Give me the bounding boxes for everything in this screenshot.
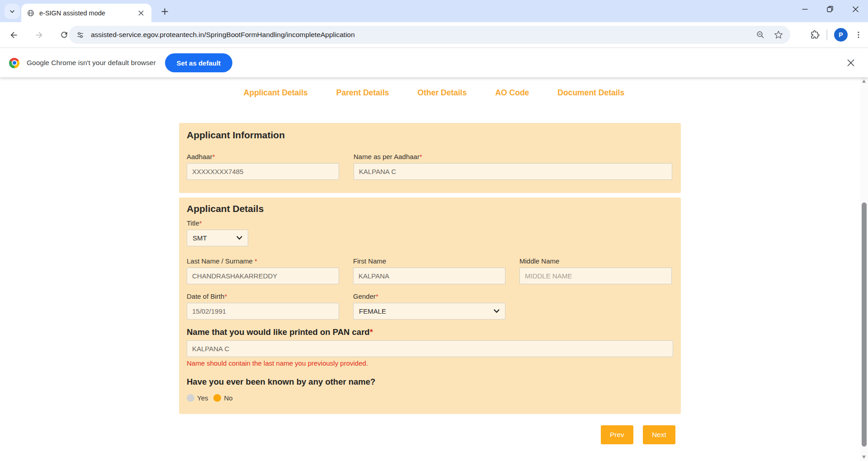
site-settings-icon[interactable] [76, 31, 85, 39]
tab-title: e-SIGN assisted mode [39, 9, 132, 17]
dob-label: Date of Birth* [187, 292, 339, 301]
window-controls [792, 0, 868, 18]
tab-strip: e-SIGN assisted mode [0, 0, 868, 22]
required-mark: * [255, 257, 257, 265]
globe-favicon-icon [27, 9, 35, 17]
next-button[interactable]: Next [643, 425, 675, 444]
browser-window: e-SIGN assisted mode [0, 0, 868, 461]
tab-ao-code[interactable]: AO Code [495, 88, 529, 98]
radio-option-yes[interactable]: Yes [187, 394, 208, 402]
browser-toolbar: assisted-service.egov.proteantech.in/Spr… [0, 22, 868, 48]
middle-name-input[interactable] [519, 268, 672, 284]
default-browser-infobar: Google Chrome isn't your default browser… [0, 48, 868, 77]
title-label: Title* [187, 219, 673, 227]
other-name-question: Have you ever been known by any other na… [187, 376, 673, 387]
aadhaar-label: Aadhaar* [187, 153, 339, 161]
forward-button[interactable] [32, 28, 46, 42]
form-actions: Prev Next [601, 425, 675, 444]
title-select[interactable]: SMT [187, 230, 248, 246]
zoom-out-icon[interactable] [756, 30, 765, 39]
restore-button[interactable] [817, 0, 843, 18]
bookmark-star-icon[interactable] [774, 30, 783, 39]
first-name-label: First Name [353, 257, 505, 265]
forward-arrow-icon [34, 30, 44, 40]
pan-name-input[interactable] [187, 340, 673, 357]
vertical-scrollbar[interactable] [860, 77, 868, 461]
radio-no-label: No [224, 394, 232, 402]
plus-icon [161, 8, 168, 15]
gender-label: Gender* [353, 292, 505, 301]
set-as-default-button[interactable]: Set as default [165, 53, 233, 72]
chevron-down-icon [9, 8, 16, 15]
required-mark: * [370, 327, 373, 337]
title-field-group: Title* SMT [187, 219, 673, 246]
required-mark: * [420, 153, 422, 160]
close-window-button[interactable] [843, 0, 868, 18]
last-name-field-group: Last Name / Surname* [187, 257, 339, 284]
gender-field-group: Gender* FEMALE [353, 292, 505, 320]
required-mark: * [224, 292, 227, 300]
gender-select-value: FEMALE [359, 307, 386, 315]
close-icon [853, 6, 859, 12]
middle-name-label: Middle Name [519, 257, 672, 265]
infobar-close-icon[interactable] [844, 56, 857, 69]
middle-name-field-group: Middle Name [519, 257, 672, 284]
chevron-down-icon [494, 309, 500, 313]
new-tab-button[interactable] [159, 6, 170, 17]
prev-button[interactable]: Prev [601, 425, 633, 444]
pan-name-heading: Name that you would like printed on PAN … [187, 327, 673, 338]
first-name-field-group: First Name [353, 257, 505, 284]
page-content: Applicant Details Parent Details Other D… [0, 77, 868, 461]
chrome-logo-icon [9, 58, 19, 68]
minimize-button[interactable] [792, 0, 817, 18]
tab-close-icon[interactable] [136, 8, 146, 18]
scroll-up-arrow-icon[interactable] [862, 80, 866, 83]
toolbar-divider [826, 29, 827, 40]
reload-icon [60, 30, 69, 39]
tab-applicant-details[interactable]: Applicant Details [244, 88, 308, 98]
radio-yes-circle[interactable] [187, 394, 194, 402]
minimize-icon [802, 6, 808, 12]
applicant-information-card: Applicant Information Aadhaar* Name as p… [179, 123, 681, 193]
required-mark: * [212, 153, 215, 160]
browser-tab[interactable]: e-SIGN assisted mode [21, 4, 151, 22]
required-mark: * [376, 292, 378, 300]
back-arrow-icon [9, 30, 19, 40]
aadhaar-name-input[interactable] [354, 163, 672, 180]
profile-avatar[interactable]: P [834, 28, 848, 42]
aadhaar-name-field-group: Name as per Aadhaar* [354, 153, 672, 180]
tab-search-button[interactable] [5, 4, 20, 19]
aadhaar-field-group: Aadhaar* [187, 153, 339, 180]
aadhaar-input[interactable] [187, 163, 339, 180]
radio-yes-label: Yes [197, 394, 208, 402]
scrollbar-thumb[interactable] [862, 202, 867, 447]
chevron-down-icon [236, 236, 242, 240]
scroll-down-arrow-icon[interactable] [862, 456, 866, 459]
applicant-details-card: Applicant Details Title* SMT Last Name /… [179, 198, 681, 414]
title-select-value: SMT [193, 234, 207, 242]
radio-no-circle[interactable] [213, 394, 221, 402]
gender-select[interactable]: FEMALE [353, 303, 505, 320]
back-button[interactable] [6, 28, 21, 42]
tab-other-details[interactable]: Other Details [418, 88, 467, 98]
address-bar[interactable]: assisted-service.egov.proteantech.in/Spr… [69, 26, 790, 44]
last-name-label: Last Name / Surname* [187, 257, 339, 265]
last-name-input[interactable] [187, 268, 339, 284]
infobar-message: Google Chrome isn't your default browser [27, 59, 156, 67]
url-text[interactable]: assisted-service.egov.proteantech.in/Spr… [91, 31, 756, 39]
first-name-input[interactable] [353, 268, 505, 284]
dob-field-group: Date of Birth* [187, 292, 339, 320]
radio-option-no[interactable]: No [213, 394, 232, 402]
restore-icon [827, 6, 833, 12]
pan-name-error: Name should contain the last name you pr… [187, 359, 673, 367]
tab-parent-details[interactable]: Parent Details [336, 88, 389, 98]
form-step-tabs: Applicant Details Parent Details Other D… [0, 88, 868, 98]
applicant-details-title: Applicant Details [187, 203, 673, 215]
menu-kebab-icon[interactable] [854, 31, 863, 39]
extensions-icon[interactable] [810, 30, 820, 40]
tab-document-details[interactable]: Document Details [557, 88, 624, 98]
required-mark: * [199, 219, 202, 227]
aadhaar-name-label: Name as per Aadhaar* [354, 153, 672, 161]
dob-input[interactable] [187, 303, 339, 320]
applicant-information-title: Applicant Information [187, 129, 673, 141]
